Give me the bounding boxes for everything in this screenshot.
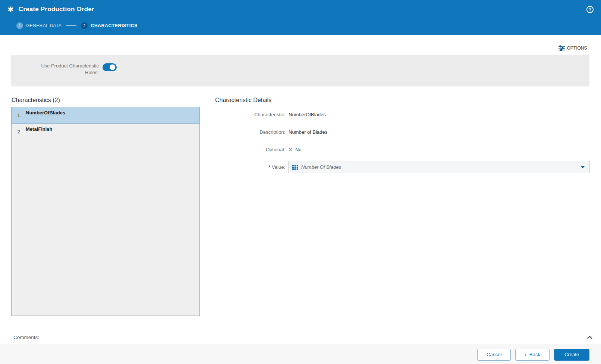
- step-general-data[interactable]: 1 GENERAL DATA: [16, 22, 62, 29]
- dropdown-arrow-icon[interactable]: [576, 161, 589, 173]
- value-label: *Value:: [215, 164, 285, 170]
- optional-label: Optional:: [215, 147, 285, 152]
- optional-row: Optional: ✕ No: [215, 141, 589, 158]
- step-1-label: GENERAL DATA: [26, 23, 62, 28]
- back-button[interactable]: ‹ Back: [515, 349, 550, 361]
- title-bar: ✱ Create Production Order ?: [0, 0, 601, 19]
- value-help-grid-icon: [292, 165, 298, 170]
- characteristic-row: Characteristic: NumberOfBlades: [215, 106, 589, 123]
- use-rules-label: Use Product Characteristic Rules:: [28, 63, 99, 76]
- value-label-text: Value:: [272, 164, 285, 170]
- characteristic-details-form: Characteristic: NumberOfBlades Descripti…: [215, 106, 589, 176]
- panel-divider: [11, 91, 589, 91]
- row-name: MetalFinish: [26, 124, 53, 140]
- rules-panel: Use Product Characteristic Rules:: [11, 55, 589, 86]
- list-item-metalfinish[interactable]: 2 MetalFinish: [12, 124, 199, 140]
- step-2-circle: 2: [81, 22, 88, 29]
- characteristics-list-title: Characteristics (2): [12, 97, 60, 104]
- toggle-knob: [110, 64, 115, 70]
- comments-bar: Comments:: [0, 330, 601, 345]
- value-combobox[interactable]: Number Of Blades: [289, 161, 589, 173]
- description-row: Description: Number of Blades: [215, 123, 589, 141]
- value-row: *Value: Number Of Blades: [215, 158, 589, 176]
- comments-label: Comments:: [13, 335, 39, 340]
- characteristics-list: 1 NumberOfBlades 2 MetalFinish: [11, 107, 200, 316]
- footer-bar: Cancel ‹ Back Create: [0, 345, 601, 364]
- collapse-chevron-icon[interactable]: [587, 335, 593, 340]
- header: ✱ Create Production Order ? 1 GENERAL DA…: [0, 0, 601, 35]
- required-asterisk: *: [268, 164, 270, 170]
- wizard-steps: 1 GENERAL DATA 2 CHARACTERISTICS: [0, 19, 601, 33]
- step-characteristics[interactable]: 2 CHARACTERISTICS: [81, 22, 137, 29]
- options-button[interactable]: OPTIONS: [556, 41, 589, 55]
- step-2-label: CHARACTERISTICS: [91, 23, 137, 28]
- description-value: Number of Blades: [289, 129, 327, 135]
- options-sliders-icon: [558, 45, 565, 51]
- x-mark-icon: ✕: [289, 147, 293, 152]
- step-connector: [66, 25, 76, 26]
- characteristic-details-title: Characteristic Details: [215, 97, 271, 104]
- cancel-button[interactable]: Cancel: [477, 349, 511, 361]
- options-label: OPTIONS: [567, 45, 587, 51]
- create-button[interactable]: Create: [554, 349, 589, 361]
- optional-value: ✕ No: [289, 147, 302, 152]
- step-1-circle: 1: [16, 22, 23, 29]
- characteristic-value: NumberOfBlades: [289, 112, 326, 117]
- main-content: OPTIONS Use Product Characteristic Rules…: [0, 35, 601, 330]
- help-icon[interactable]: ?: [586, 6, 594, 13]
- back-chevron-icon: ‹: [525, 351, 527, 358]
- row-name: NumberOfBlades: [26, 107, 65, 123]
- characteristic-label: Characteristic:: [215, 112, 285, 117]
- app-asterisk-icon: ✱: [7, 6, 14, 13]
- row-index: 2: [12, 124, 26, 140]
- list-item-numberofblades[interactable]: 1 NumberOfBlades: [12, 107, 199, 124]
- description-label: Description:: [215, 129, 285, 135]
- optional-value-text: No: [295, 147, 302, 152]
- back-label: Back: [529, 352, 540, 357]
- row-index: 1: [12, 107, 26, 123]
- page-title: Create Production Order: [19, 6, 94, 13]
- value-placeholder: Number Of Blades: [301, 164, 576, 170]
- use-rules-toggle[interactable]: [103, 63, 117, 71]
